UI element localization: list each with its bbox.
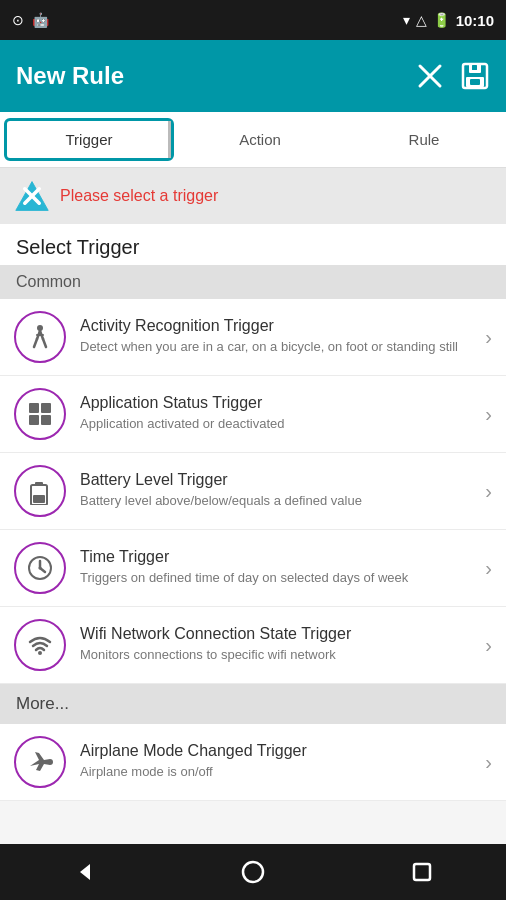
wifi-trigger-title: Wifi Network Connection State Trigger (80, 625, 477, 643)
airplane-trigger-content: Airplane Mode Changed Trigger Airplane m… (80, 742, 477, 781)
airplane-icon (26, 748, 54, 776)
list-item[interactable]: Wifi Network Connection State Trigger Mo… (0, 607, 506, 684)
svg-rect-16 (29, 403, 39, 413)
svg-point-29 (243, 862, 263, 882)
list-item[interactable]: Battery Level Trigger Battery level abov… (0, 453, 506, 530)
tab-action[interactable]: Action (178, 112, 342, 167)
app-bar-title: New Rule (16, 62, 124, 90)
svg-line-14 (43, 339, 46, 347)
activity-trigger-content: Activity Recognition Trigger Detect when… (80, 317, 477, 356)
close-button[interactable] (416, 62, 444, 90)
app-status-trigger-desc: Application activated or deactivated (80, 415, 477, 433)
grid-icon (26, 400, 54, 428)
app-status-trigger-title: Application Status Trigger (80, 394, 477, 412)
warning-icon (14, 178, 50, 214)
app-bar: New Rule (0, 40, 506, 112)
nav-bar (0, 844, 506, 900)
common-group-header: Common (0, 265, 506, 299)
time-trigger-title: Time Trigger (80, 548, 477, 566)
chevron-right-icon: › (485, 326, 492, 349)
walking-icon (26, 323, 54, 351)
recents-button[interactable] (397, 847, 447, 897)
svg-rect-22 (33, 495, 45, 503)
tab-bar: Trigger Action Rule (0, 112, 506, 168)
back-button[interactable] (59, 847, 109, 897)
status-time: 10:10 (456, 12, 494, 29)
svg-point-27 (38, 651, 42, 655)
wifi-trigger-content: Wifi Network Connection State Trigger Mo… (80, 625, 477, 664)
list-item[interactable]: Airplane Mode Changed Trigger Airplane m… (0, 724, 506, 801)
activity-trigger-title: Activity Recognition Trigger (80, 317, 477, 335)
status-bar-right: ▾ △ 🔋 10:10 (403, 12, 494, 29)
chevron-right-icon: › (485, 480, 492, 503)
status-bar: ⊙ 🤖 ▾ △ 🔋 10:10 (0, 0, 506, 40)
svg-marker-28 (80, 864, 90, 880)
circle-dot-icon: ⊙ (12, 12, 24, 28)
svg-rect-6 (472, 65, 477, 70)
warning-text: Please select a trigger (60, 187, 218, 205)
tab-trigger[interactable]: Trigger (4, 118, 174, 161)
svg-rect-18 (29, 415, 39, 425)
time-icon-circle (14, 542, 66, 594)
app-status-trigger-content: Application Status Trigger Application a… (80, 394, 477, 433)
activity-icon-circle (14, 311, 66, 363)
svg-rect-17 (41, 403, 51, 413)
status-bar-left: ⊙ 🤖 (12, 12, 49, 28)
svg-line-13 (34, 339, 37, 347)
chevron-right-icon: › (485, 751, 492, 774)
wifi-icon-circle (14, 619, 66, 671)
chevron-right-icon: › (485, 403, 492, 426)
battery-trigger-desc: Battery level above/below/equals a defin… (80, 492, 477, 510)
battery-level-icon (26, 477, 54, 505)
chevron-right-icon: › (485, 557, 492, 580)
select-trigger-header: Select Trigger (0, 224, 506, 265)
battery-trigger-title: Battery Level Trigger (80, 471, 477, 489)
airplane-icon-circle (14, 736, 66, 788)
android-icon: 🤖 (32, 12, 49, 28)
battery-trigger-content: Battery Level Trigger Battery level abov… (80, 471, 477, 510)
signal-icon: △ (416, 12, 427, 28)
svg-rect-5 (470, 79, 480, 85)
app-bar-icons (416, 61, 490, 91)
wifi-network-icon (26, 631, 54, 659)
airplane-trigger-title: Airplane Mode Changed Trigger (80, 742, 477, 760)
list-item[interactable]: Activity Recognition Trigger Detect when… (0, 299, 506, 376)
wifi-icon: ▾ (403, 12, 410, 28)
svg-point-26 (39, 567, 42, 570)
svg-rect-30 (414, 864, 430, 880)
time-trigger-content: Time Trigger Triggers on defined time of… (80, 548, 477, 587)
warning-banner: Please select a trigger (0, 168, 506, 224)
home-button[interactable] (228, 847, 278, 897)
svg-rect-19 (41, 415, 51, 425)
activity-trigger-desc: Detect when you are in a car, on a bicyc… (80, 338, 477, 356)
time-trigger-desc: Triggers on defined time of day on selec… (80, 569, 477, 587)
list-item[interactable]: Application Status Trigger Application a… (0, 376, 506, 453)
wifi-trigger-desc: Monitors connections to specific wifi ne… (80, 646, 477, 664)
battery-icon: 🔋 (433, 12, 450, 28)
more-header: More... (0, 684, 506, 724)
tab-rule[interactable]: Rule (342, 112, 506, 167)
airplane-trigger-desc: Airplane mode is on/off (80, 763, 477, 781)
list-item[interactable]: Time Trigger Triggers on defined time of… (0, 530, 506, 607)
save-button[interactable] (460, 61, 490, 91)
app-status-icon-circle (14, 388, 66, 440)
clock-icon (26, 554, 54, 582)
chevron-right-icon: › (485, 634, 492, 657)
battery-icon-circle (14, 465, 66, 517)
svg-rect-21 (35, 482, 43, 486)
